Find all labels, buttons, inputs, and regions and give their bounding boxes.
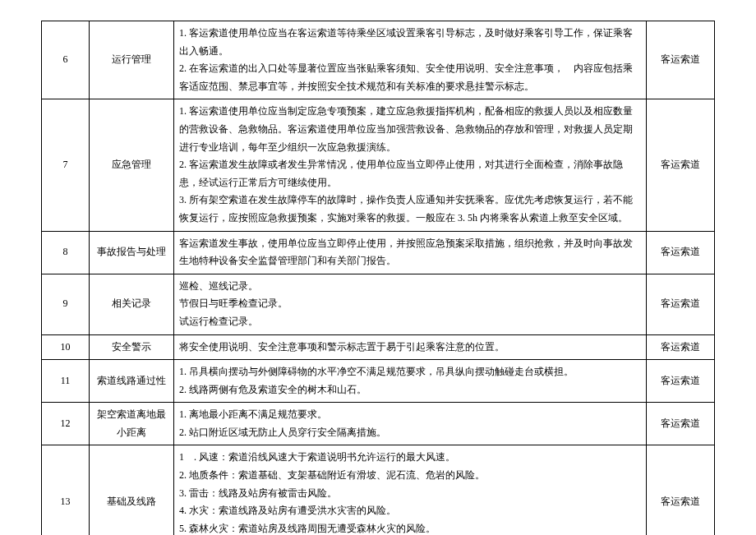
row-number: 8 bbox=[42, 231, 90, 274]
table-row: 6 运行管理 1. 客运索道使用单位应当在客运索道等待乘坐区域设置乘客引导标志，… bbox=[42, 21, 715, 99]
row-description: 巡检、巡线记录。 节假日与旺季检查记录。 试运行检查记录。 bbox=[174, 274, 647, 334]
row-number: 12 bbox=[42, 403, 90, 445]
table-row: 11 索道线路通过性 1. 吊具横向摆动与外侧障碍物的水平净空不满足规范要求，吊… bbox=[42, 360, 715, 403]
desc-line: 2. 站口附近区域无防止人员穿行安全隔离措施。 bbox=[179, 424, 641, 442]
row-type: 客运索道 bbox=[647, 360, 715, 403]
row-type: 客运索道 bbox=[647, 403, 715, 445]
desc-line: 2. 线路两侧有危及索道安全的树木和山石。 bbox=[179, 381, 641, 399]
table-row: 13 基础及线路 1 . 风速：索道沿线风速大于索道说明书允许运行的最大风速。 … bbox=[42, 445, 715, 535]
desc-line: 1. 吊具横向摆动与外侧障碍物的水平净空不满足规范要求，吊具纵向摆动触碰走台或横… bbox=[179, 363, 641, 381]
row-category: 事故报告与处理 bbox=[90, 231, 174, 274]
table-row: 9 相关记录 巡检、巡线记录。 节假日与旺季检查记录。 试运行检查记录。 客运索… bbox=[42, 274, 715, 334]
row-description: 1. 离地最小距离不满足规范要求。 2. 站口附近区域无防止人员穿行安全隔离措施… bbox=[174, 403, 647, 445]
desc-line: 将安全使用说明、安全注意事项和警示标志置于易于引起乘客注意的位置。 bbox=[179, 339, 641, 357]
row-type: 客运索道 bbox=[647, 274, 715, 334]
row-number: 10 bbox=[42, 334, 90, 360]
desc-line: 3. 所有架空索道在发生故障停车的故障时，操作负责人应通知并安抚乘客。应优先考虑… bbox=[179, 191, 641, 227]
row-category: 安全警示 bbox=[90, 334, 174, 360]
desc-line: 2. 在客运索道的出入口处等显著位置应当张贴乘客须知、安全使用说明、安全注意事项… bbox=[179, 60, 641, 95]
desc-line: 试运行检查记录。 bbox=[179, 313, 641, 331]
desc-line: 5. 森林火灾：索道站房及线路周围无遭受森林火灾的风险。 bbox=[179, 520, 641, 535]
row-type: 客运索道 bbox=[647, 231, 715, 274]
row-number: 11 bbox=[42, 360, 90, 403]
row-number: 9 bbox=[42, 274, 90, 334]
row-type: 客运索道 bbox=[647, 21, 715, 99]
desc-line: 3. 雷击：线路及站房有被雷击风险。 bbox=[179, 485, 641, 503]
desc-line: 1. 客运索道使用单位应当在客运索道等待乘坐区域设置乘客引导标志，及时做好乘客引… bbox=[179, 25, 641, 60]
row-number: 7 bbox=[42, 99, 90, 231]
row-type: 客运索道 bbox=[647, 334, 715, 360]
row-description: 将安全使用说明、安全注意事项和警示标志置于易于引起乘客注意的位置。 bbox=[174, 334, 647, 360]
row-description: 1. 吊具横向摆动与外侧障碍物的水平净空不满足规范要求，吊具纵向摆动触碰走台或横… bbox=[174, 360, 647, 403]
table-row: 8 事故报告与处理 客运索道发生事故，使用单位应当立即停止使用，并按照应急预案采… bbox=[42, 231, 715, 274]
desc-line: 2. 客运索道发生故障或者发生异常情况，使用单位应当立即停止使用，对其进行全面检… bbox=[179, 156, 641, 191]
desc-line: 1. 离地最小距离不满足规范要求。 bbox=[179, 406, 641, 424]
table-row: 12 架空索道离地最小距离 1. 离地最小距离不满足规范要求。 2. 站口附近区… bbox=[42, 403, 715, 445]
row-type: 客运索道 bbox=[647, 445, 715, 535]
row-category: 应急管理 bbox=[90, 99, 174, 231]
desc-line: 巡检、巡线记录。 bbox=[179, 278, 641, 296]
table-row: 10 安全警示 将安全使用说明、安全注意事项和警示标志置于易于引起乘客注意的位置… bbox=[42, 334, 715, 360]
table-row: 7 应急管理 1. 客运索道使用单位应当制定应急专项预案，建立应急救援指挥机构，… bbox=[42, 99, 715, 231]
desc-line: 2. 地质条件：索道基础、支架基础附近有滑坡、泥石流、危岩的风险。 bbox=[179, 467, 641, 485]
row-description: 1. 客运索道使用单位应当制定应急专项预案，建立应急救援指挥机构，配备相应的救援… bbox=[174, 99, 647, 231]
desc-line: 客运索道发生事故，使用单位应当立即停止使用，并按照应急预案采取措施，组织抢救，并… bbox=[179, 235, 641, 270]
row-type: 客运索道 bbox=[647, 99, 715, 231]
desc-line: 1. 客运索道使用单位应当制定应急专项预案，建立应急救援指挥机构，配备相应的救援… bbox=[179, 103, 641, 156]
row-description: 1. 客运索道使用单位应当在客运索道等待乘坐区域设置乘客引导标志，及时做好乘客引… bbox=[174, 21, 647, 99]
desc-line: 4. 水灾：索道线路及站房有遭受洪水灾害的风险。 bbox=[179, 502, 641, 520]
row-number: 6 bbox=[42, 21, 90, 99]
row-category: 架空索道离地最小距离 bbox=[90, 403, 174, 445]
row-number: 13 bbox=[42, 445, 90, 535]
row-category: 基础及线路 bbox=[90, 445, 174, 535]
desc-line: 1 . 风速：索道沿线风速大于索道说明书允许运行的最大风速。 bbox=[179, 449, 641, 467]
row-category: 运行管理 bbox=[90, 21, 174, 99]
desc-line: 节假日与旺季检查记录。 bbox=[179, 295, 641, 313]
row-category: 索道线路通过性 bbox=[90, 360, 174, 403]
row-description: 客运索道发生事故，使用单位应当立即停止使用，并按照应急预案采取措施，组织抢救，并… bbox=[174, 231, 647, 274]
row-category: 相关记录 bbox=[90, 274, 174, 334]
spec-table: 6 运行管理 1. 客运索道使用单位应当在客运索道等待乘坐区域设置乘客引导标志，… bbox=[41, 21, 715, 535]
row-description: 1 . 风速：索道沿线风速大于索道说明书允许运行的最大风速。 2. 地质条件：索… bbox=[174, 445, 647, 535]
